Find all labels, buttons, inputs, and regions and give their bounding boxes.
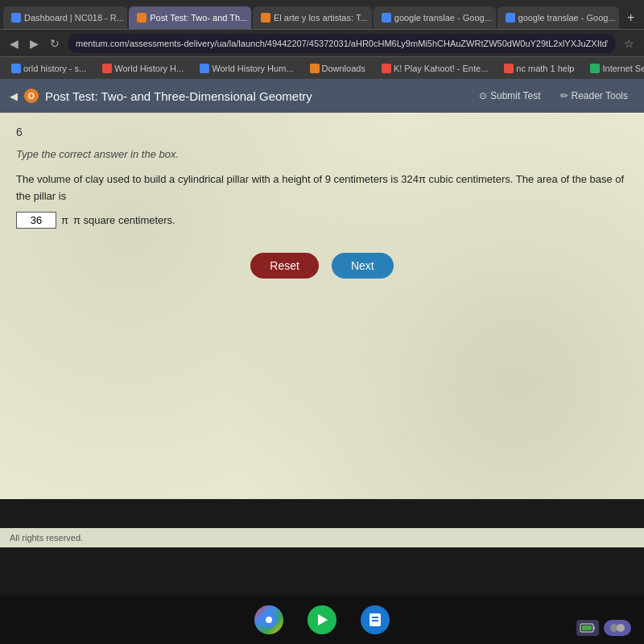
address-bar: ◀ ▶ ↻ ☆ [0, 29, 644, 56]
tab-favicon-posttest [137, 13, 147, 23]
submit-icon: ⊙ [479, 90, 487, 101]
tab-label-dashboard: Dashboard | NC018 - R... [24, 13, 124, 23]
question-number: 6 [16, 126, 628, 138]
buttons-row: Reset Next [16, 253, 628, 279]
tray-icon-2[interactable] [604, 620, 631, 636]
bookmark-label-4: Downloads [322, 64, 365, 73]
bookmark-favicon-6 [504, 64, 514, 73]
svg-point-1 [266, 617, 272, 623]
bookmark-ncmath[interactable]: nc math 1 help [499, 62, 579, 75]
svg-rect-5 [372, 620, 378, 621]
reset-button[interactable]: Reset [250, 253, 319, 279]
page-toolbar: ◀ O Post Test: Two- and Three-Dimensiona… [0, 79, 644, 113]
refresh-button[interactable]: ↻ [47, 35, 63, 52]
tab-label-arte: El arte y los artistas: T... [274, 13, 368, 23]
tab-close-translate1[interactable]: ✕ [495, 14, 496, 23]
bookmark-label-7: Internet Security b [602, 64, 644, 73]
url-input[interactable] [68, 34, 616, 53]
bookmark-label-6: nc math 1 help [516, 64, 574, 73]
bookmark-favicon-2 [102, 64, 112, 73]
bookmark-label-5: K! Play Kahoot! - Ente... [394, 64, 488, 73]
tab-arte[interactable]: El arte y los artistas: T... ✕ [253, 6, 372, 29]
bookmark-world-history-hum[interactable]: World History Hum... [195, 62, 298, 75]
svg-point-10 [617, 624, 625, 632]
page-title: Post Test: Two- and Three-Dimensional Ge… [45, 89, 466, 103]
question-text: The volume of clay used to build a cylin… [16, 171, 628, 205]
instruction-text: Type the correct answer in the box. [16, 148, 628, 160]
pi-symbol: π [61, 214, 68, 226]
tab-translate1[interactable]: google translae - Goog... ✕ [374, 6, 496, 29]
tab-label-posttest: Post Test: Two- and Th... [150, 13, 247, 23]
footer-text: All rights reserved. [10, 533, 83, 543]
tab-favicon-dashboard [11, 13, 21, 23]
tab-favicon-arte [261, 13, 270, 23]
next-button[interactable]: Next [332, 253, 394, 279]
bookmark-star[interactable]: ☆ [621, 35, 638, 52]
answer-input[interactable] [16, 212, 56, 229]
main-content: 6 Type the correct answer in the box. Th… [0, 113, 644, 499]
browser-chrome: Dashboard | NC018 - R... ✕ Post Test: Tw… [0, 0, 644, 79]
taskbar [0, 596, 644, 644]
forward-button[interactable]: ▶ [27, 35, 42, 52]
tab-dashboard[interactable]: Dashboard | NC018 - R... ✕ [3, 6, 127, 29]
toolbar-back-button[interactable]: ◀ [10, 90, 18, 102]
tab-label-translate2: google translae - Goog... [518, 13, 616, 23]
bookmark-label-2: World History H... [114, 64, 184, 73]
answer-suffix: π square centimeters. [73, 214, 175, 226]
tab-favicon-translate1 [382, 13, 391, 23]
tab-posttest[interactable]: Post Test: Two- and Th... ✕ [129, 6, 251, 29]
tab-bar: Dashboard | NC018 - R... ✕ Post Test: Tw… [0, 0, 644, 29]
tab-label-translate1: google translae - Goog... [394, 13, 492, 23]
bookmark-favicon-5 [382, 64, 391, 73]
toolbar-app-icon: O [24, 89, 39, 103]
bookmarks-bar: orld history - s... World History H... W… [0, 56, 644, 79]
answer-row: π π square centimeters. [16, 212, 628, 229]
files-icon[interactable] [361, 605, 390, 634]
submit-test-label: Submit Test [490, 90, 540, 101]
tab-close-translate2[interactable]: ✕ [619, 14, 620, 23]
svg-marker-2 [318, 614, 328, 625]
bookmark-favicon-1 [11, 64, 21, 73]
back-button[interactable]: ◀ [6, 35, 22, 52]
reader-tools-icon: ✏ [560, 90, 568, 101]
tray-icon-1[interactable] [576, 620, 599, 636]
reader-tools-button[interactable]: ✏ Reader Tools [554, 87, 635, 105]
tab-translate2[interactable]: google translae - Goog... ✕ [497, 6, 620, 29]
bookmark-label-1: orld history - s... [23, 64, 86, 73]
svg-rect-8 [593, 626, 595, 630]
svg-rect-7 [582, 625, 592, 630]
bookmark-favicon-3 [200, 64, 209, 73]
new-tab-button[interactable]: + [621, 6, 641, 29]
tab-close-posttest[interactable]: ✕ [250, 14, 251, 23]
bookmark-kahoot[interactable]: K! Play Kahoot! - Ente... [377, 62, 493, 75]
bookmark-world-history-s[interactable]: orld history - s... [6, 62, 91, 75]
footer: All rights reserved. [0, 528, 644, 547]
submit-test-button[interactable]: ⊙ Submit Test [473, 87, 547, 105]
svg-rect-4 [372, 617, 378, 618]
bookmark-security[interactable]: Internet Security b [585, 62, 644, 75]
bookmark-favicon-4 [310, 64, 320, 73]
bookmark-favicon-7 [590, 64, 600, 73]
bookmark-world-history-h[interactable]: World History H... [97, 62, 188, 75]
bookmark-label-3: World History Hum... [212, 64, 293, 73]
tab-close-arte[interactable]: ✕ [371, 14, 372, 23]
tab-favicon-translate2 [506, 13, 515, 23]
play-icon[interactable] [308, 605, 336, 634]
reader-tools-label: Reader Tools [572, 90, 629, 101]
chrome-icon[interactable] [254, 605, 283, 634]
bookmark-downloads[interactable]: Downloads [305, 62, 370, 75]
